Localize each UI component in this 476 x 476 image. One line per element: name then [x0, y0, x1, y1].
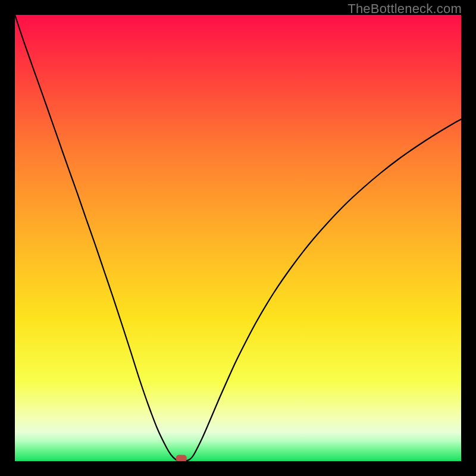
chart-svg [15, 15, 461, 461]
plot-area [15, 15, 461, 461]
chart-frame: TheBottleneck.com [0, 0, 476, 476]
minimum-marker [176, 455, 187, 462]
gradient-background [15, 15, 461, 461]
